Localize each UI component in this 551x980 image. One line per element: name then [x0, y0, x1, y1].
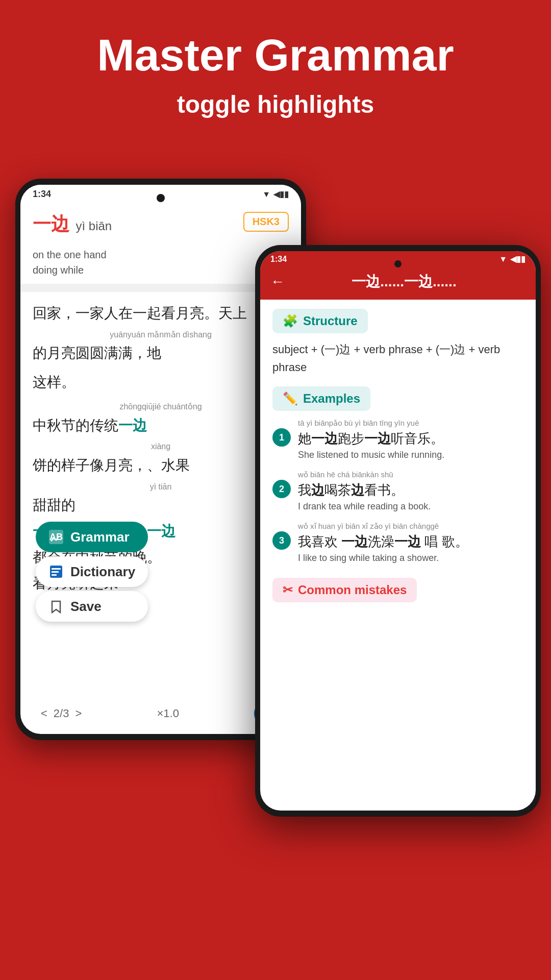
hsk-badge: HSK3 — [243, 212, 289, 232]
examples-label: Examples — [303, 391, 360, 406]
text-line2: 的月亮圆圆满满，地 — [33, 342, 289, 365]
front-header: ← 一边......一边...... — [260, 267, 536, 300]
front-content: 🧩 Structure subject + (一)边 + verb phrase… — [260, 300, 536, 808]
status-icons-back: ▼ ◀▮▮ — [262, 189, 289, 199]
phones-container: 1:34 ▼ ◀▮▮ 一边 yì biān HSK3 on the one ha… — [0, 153, 551, 980]
popup-grammar[interactable]: AB Grammar — [36, 522, 148, 552]
text-line6: 、水果 — [147, 457, 190, 473]
text-line1: 回家，一家人在一起看月亮。天上 — [33, 302, 289, 325]
example-item-1: 1 tā yì biānpǎo bù yì biān tīng yīn yuè … — [272, 418, 523, 460]
example-pinyin-1: tā yì biānpǎo bù yì biān tīng yīn yuè — [298, 418, 523, 428]
structure-text: subject + (一)边 + verb phrase + (一)边 + ve… — [272, 340, 523, 376]
signal-icon-front: ◀▮▮ — [510, 254, 525, 264]
back-button[interactable]: ← — [270, 274, 285, 290]
structure-icon: 🧩 — [283, 314, 298, 328]
meaning-line1: on the one hand — [33, 247, 289, 262]
text-line3: 这样。 — [33, 371, 289, 394]
text-line7-text: 甜甜的 — [33, 497, 76, 513]
time-front: 1:34 — [270, 255, 287, 264]
examples-icon: ✏️ — [283, 391, 298, 406]
phone-front-screen: 1:34 ▼ ◀▮▮ ← 一边......一边...... 🧩 Struc — [260, 251, 536, 811]
example-pinyin-2: wǒ biān hē chá biānkàn shū — [298, 470, 523, 480]
save-icon — [48, 598, 64, 615]
text-pinyin5: xiàng — [33, 440, 289, 453]
example-number-1: 1 — [272, 428, 291, 447]
hero-title: Master Grammar — [0, 0, 551, 80]
wifi-icon: ▼ — [262, 190, 270, 199]
examples-badge: ✏️ Examples — [272, 386, 370, 411]
example-block-1: tā yì biānpǎo bù yì biān tīng yīn yuè 她一… — [298, 418, 523, 460]
page-controls: < 2/3 > — [41, 707, 82, 720]
hero-subtitle: toggle highlights — [0, 90, 551, 118]
example-pinyin-3: wǒ xǐ huan yì biān xǐ zǎo yì biān chàngg… — [298, 521, 523, 531]
structure-badge: 🧩 Structure — [272, 309, 368, 333]
text-pinyin7: yì tiān — [33, 480, 289, 494]
example-english-3: I like to sing while taking a shower. — [298, 553, 523, 564]
text-line4: 中秋节的传统一边 — [33, 414, 289, 437]
svg-rect-3 — [52, 568, 61, 570]
text-pinyin4: zhōngqiūjié chuántǒng — [33, 400, 289, 413]
popup-menu: AB Grammar Dict — [36, 522, 148, 622]
word-chinese: 一边 — [33, 213, 69, 234]
dictionary-icon — [48, 564, 64, 580]
example-item-3: 3 wǒ xǐ huan yì biān xǐ zǎo yì biān chàn… — [272, 521, 523, 564]
word-header: 一边 yì biān HSK3 — [20, 204, 301, 245]
highlighted-yibian1: 一边 — [118, 418, 147, 433]
wifi-icon-front: ▼ — [499, 255, 507, 264]
grammar-icon: AB — [48, 529, 64, 545]
example-english-2: I drank tea while reading a book. — [298, 501, 523, 512]
phone-notch-back — [157, 194, 165, 202]
front-header-title: 一边......一边...... — [293, 272, 525, 291]
time-back: 1:34 — [33, 189, 51, 200]
signal-icon: ◀▮▮ — [273, 189, 289, 199]
example-chinese-3: 我喜欢 一边洗澡一边 唱 歌。 — [298, 532, 523, 551]
mistakes-icon: ✂ — [283, 583, 293, 597]
prev-button[interactable]: < — [41, 707, 47, 720]
page-indicator: 2/3 — [54, 707, 69, 720]
example-number-3: 3 — [272, 531, 291, 550]
popup-save[interactable]: Save — [36, 591, 148, 622]
highlighted-yibian3: 一边 — [147, 523, 176, 539]
popup-dictionary[interactable]: Dictionary — [36, 556, 148, 587]
example-item-2: 2 wǒ biān hē chá biānkàn shū 我边喝茶边看书。 I … — [272, 470, 523, 512]
text-line5-text: 饼的样子像月亮， — [33, 457, 147, 473]
next-button[interactable]: > — [75, 707, 82, 720]
example-english-1: She listened to music while running. — [298, 450, 523, 460]
word-pinyin: yì biān — [76, 219, 112, 233]
speed-control[interactable]: ×1.0 — [157, 707, 179, 720]
status-icons-front: ▼ ◀▮▮ — [499, 254, 525, 264]
word-info: 一边 yì biān — [33, 212, 112, 237]
popup-dictionary-label: Dictionary — [70, 564, 135, 580]
text-line7: 甜甜的 — [33, 494, 289, 517]
text-pinyin2: yuányuán mǎnmǎn dìshang — [33, 328, 289, 341]
text-line5: 饼的样子像月亮，、水果 — [33, 454, 289, 477]
meaning-line2: doing while — [33, 262, 289, 278]
popup-grammar-label: Grammar — [70, 529, 130, 545]
popup-save-label: Save — [70, 599, 102, 615]
text-line4-text: 中秋节的传统 — [33, 418, 118, 433]
example-block-3: wǒ xǐ huan yì biān xǐ zǎo yì biān chàngg… — [298, 521, 523, 564]
example-number-2: 2 — [272, 480, 291, 498]
phone-notch-front — [394, 260, 402, 267]
svg-rect-5 — [52, 574, 57, 576]
mistakes-label: Common mistakes — [298, 583, 407, 597]
structure-label: Structure — [303, 314, 358, 328]
example-chinese-2: 我边喝茶边看书。 — [298, 481, 523, 499]
example-block-2: wǒ biān hē chá biānkàn shū 我边喝茶边看书。 I dr… — [298, 470, 523, 512]
example-chinese-1: 她一边跑步一边听音乐。 — [298, 429, 523, 448]
mistakes-badge: ✂ Common mistakes — [272, 578, 417, 602]
svg-rect-4 — [52, 571, 59, 573]
phone-front: 1:34 ▼ ◀▮▮ ← 一边......一边...... 🧩 Struc — [255, 245, 541, 817]
